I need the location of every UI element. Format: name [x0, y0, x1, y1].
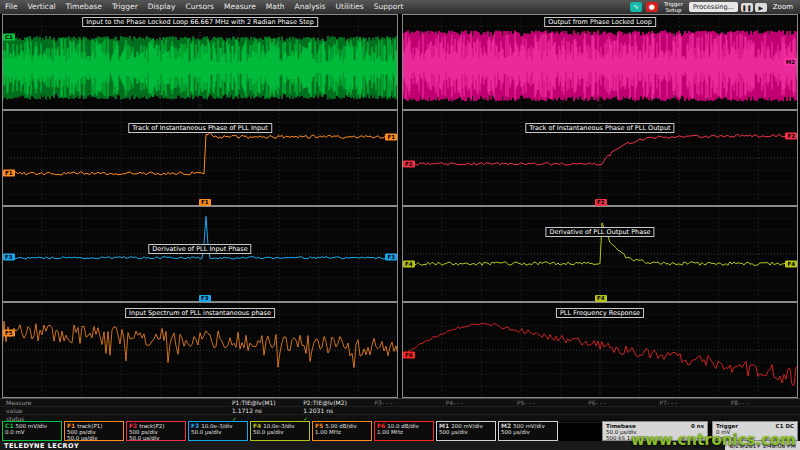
measure-name-p4[interactable]: P4- - -	[444, 399, 515, 406]
panel-title-input-phase-track: Track of Instantaneous Phase of PLL Inpu…	[128, 123, 272, 133]
trace-badge-f4[interactable]: F4	[403, 260, 415, 267]
descriptor-line: 500 µs/div	[501, 429, 555, 435]
descriptor-f4[interactable]: F410.0e-3/div50.0 µs/div	[250, 421, 310, 441]
panel-title-input-phase-spectrum: Input Spectrum of PLL instantaneous phas…	[125, 308, 275, 318]
descriptor-line: 500 µs/div	[439, 429, 493, 435]
panel-title-output-phase-derivative: Derivative of PLL Output Phase	[545, 227, 654, 237]
descriptor-c1[interactable]: C1500 mV/div0.0 mV	[2, 421, 62, 441]
trace-badge-m2[interactable]: M2	[784, 59, 797, 66]
descriptor-line: 1.00 MHz	[315, 429, 369, 435]
panel-input-phase-track[interactable]: Track of Instantaneous Phase of PLL Inpu…	[2, 110, 398, 206]
trace-badge-f3[interactable]: F3	[3, 253, 15, 260]
menu-file[interactable]: File	[0, 0, 23, 14]
toolbar-icons: ∿●	[628, 2, 660, 12]
trace-badge-f2[interactable]: F2	[403, 160, 415, 167]
descriptor-line: 1.00 MHz	[377, 429, 431, 435]
trigger-setup-line2: Setup	[664, 7, 683, 13]
descriptor-f6[interactable]: F610.0 dB/div1.00 MHz	[374, 421, 434, 441]
scope-display-icon[interactable]: ∿	[630, 2, 642, 12]
measure-name-p8[interactable]: P8- - -	[729, 399, 800, 406]
measure-value-p1: 1.1712 ns	[230, 407, 301, 414]
trace-badge-f1[interactable]: F1	[385, 133, 397, 140]
record-icon[interactable]: ●	[646, 2, 658, 12]
panel-input-phase-derivative[interactable]: Derivative of PLL Input PhaseF3F3F3	[2, 206, 398, 302]
trace-marker-f4: F4	[595, 295, 607, 302]
menu-cursors[interactable]: Cursors	[180, 0, 219, 14]
panel-input-phase-spectrum[interactable]: Input Spectrum of PLL instantaneous phas…	[2, 302, 398, 398]
trace-marker-f1: F1	[199, 199, 211, 206]
watermark: www.cntronics.com	[631, 431, 796, 449]
pause-button[interactable]: ❚❚	[741, 3, 753, 12]
menu-analysis[interactable]: Analysis	[290, 0, 331, 14]
waveform-grid: Input to the Phase Locked Loop 66.667 MH…	[0, 14, 800, 398]
descriptor-f1[interactable]: F1track(P1)500 ps/div50.0 µs/div	[64, 421, 124, 441]
panel-output-phase-track[interactable]: Track of Instantaneous Phase of PLL Outp…	[402, 110, 798, 206]
trace-marker-f2: F2	[595, 199, 607, 206]
trace-badge-f2[interactable]: F2	[785, 132, 797, 139]
descriptor-f5[interactable]: F55.00 dB/div1.00 MHz	[312, 421, 372, 441]
menu-vertical[interactable]: Vertical	[23, 0, 61, 14]
measure-name-p6[interactable]: P6- - -	[586, 399, 657, 406]
measure-name-p5[interactable]: P5- - -	[515, 399, 586, 406]
menu-measure[interactable]: Measure	[219, 0, 261, 14]
trace-badge-f6[interactable]: F6	[403, 351, 415, 358]
menu-display[interactable]: Display	[143, 0, 181, 14]
menu-support[interactable]: Support	[369, 0, 409, 14]
panel-frequency-response[interactable]: PLL Frequency ResponseF6	[402, 302, 798, 398]
trigger-setup-button[interactable]: Trigger Setup	[660, 1, 687, 13]
play-button[interactable]: ▶	[755, 3, 767, 12]
panel-title-pll-input-signal: Input to the Phase Locked Loop 66.667 MH…	[82, 17, 318, 27]
menu-bar: FileVerticalTimebaseTriggerDisplayCursor…	[0, 0, 800, 14]
measure-name-p2[interactable]: P2:TIE@lv(M2)	[301, 399, 372, 406]
menu-math[interactable]: Math	[261, 0, 290, 14]
descriptor-line: 0.0 mV	[5, 429, 59, 435]
menu-utilities[interactable]: Utilities	[331, 0, 369, 14]
panel-title-frequency-response: PLL Frequency Response	[556, 308, 644, 318]
descriptor-m1[interactable]: M1200 mV/div500 µs/div	[436, 421, 496, 441]
descriptor-f2[interactable]: F2track(P2)500 ps/div50.0 µs/div	[126, 421, 186, 441]
trigger-value: C1 DC	[776, 423, 794, 429]
measure-row-label-value: value	[0, 407, 230, 414]
measure-name-p7[interactable]: P7- - -	[658, 399, 729, 406]
trace-badge-f5[interactable]: F5	[3, 329, 15, 336]
timebase-value: 0 ns	[691, 423, 704, 429]
panel-output-phase-derivative[interactable]: Derivative of PLL Output PhaseF4F4F4	[402, 206, 798, 302]
trace-badge-f3[interactable]: F3	[385, 253, 397, 260]
panel-pll-input-signal[interactable]: Input to the Phase Locked Loop 66.667 MH…	[2, 14, 398, 110]
descriptor-m2[interactable]: M2500 mV/div500 µs/div	[498, 421, 558, 441]
toolbar-right: ∿● Trigger Setup Processing... ❚❚ ▶ Zoom	[628, 0, 800, 14]
menu-items: FileVerticalTimebaseTriggerDisplayCursor…	[0, 0, 408, 14]
trace-badge-f1[interactable]: F1	[3, 170, 15, 177]
menu-timebase[interactable]: Timebase	[61, 0, 107, 14]
measure-name-p3[interactable]: P3- - -	[373, 399, 444, 406]
zoom-button[interactable]: Zoom	[768, 3, 798, 11]
panel-title-input-phase-derivative: Derivative of PLL Input Phase	[148, 244, 251, 254]
panel-title-output-phase-track: Track of Instantaneous Phase of PLL Outp…	[525, 123, 674, 133]
descriptor-f3[interactable]: F310.0e-3/div50.0 µs/div	[188, 421, 248, 441]
trace-badge-c1[interactable]: C1	[3, 34, 15, 41]
descriptor-line: 50.0 µs/div	[253, 429, 307, 435]
panel-pll-output-signal[interactable]: Output from Phase Locked LoopM2	[402, 14, 798, 110]
descriptor-line: 50.0 µs/div	[191, 429, 245, 435]
trace-badge-f4[interactable]: F4	[785, 260, 797, 267]
measure-name-p1[interactable]: P1:TIE@lv(M1)	[230, 399, 301, 406]
measure-row-label-measure: Measure	[0, 399, 230, 406]
panel-title-pll-output-signal: Output from Phase Locked Loop	[544, 17, 656, 27]
menu-trigger[interactable]: Trigger	[107, 0, 143, 14]
processing-button[interactable]: Processing...	[689, 2, 738, 12]
measure-table: MeasureP1:TIE@lv(M1)P2:TIE@lv(M2)P3- - -…	[0, 398, 800, 421]
trace-marker-f3: F3	[199, 295, 211, 302]
measure-value-p2: 1.2031 ns	[301, 407, 372, 414]
brand-logo: TELEDYNE LECROY	[0, 442, 79, 450]
